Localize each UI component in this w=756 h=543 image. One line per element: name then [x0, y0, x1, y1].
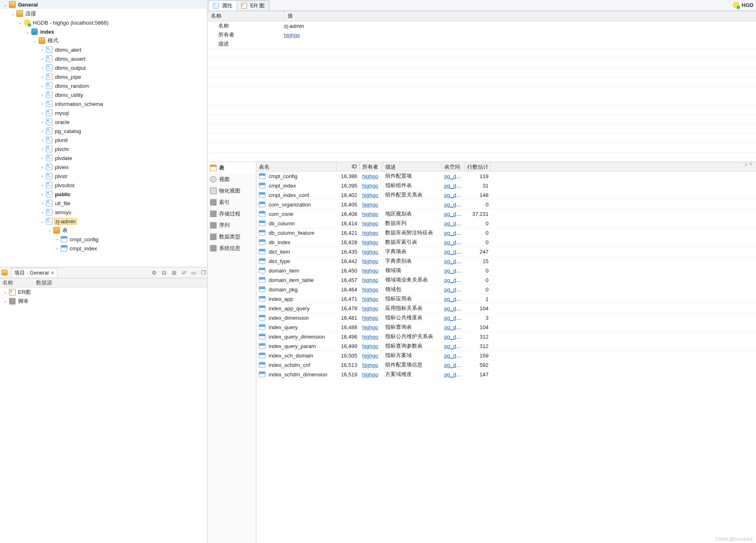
table-ts-link[interactable]: pg_defa — [444, 183, 464, 189]
chevron-right-icon[interactable] — [39, 92, 45, 98]
table-ts-link[interactable]: pg_defa — [444, 305, 464, 312]
chevron-right-icon[interactable] — [39, 209, 45, 215]
table-ts-link[interactable]: pg_defa — [444, 286, 464, 293]
col-rowcount[interactable]: 行数估计 — [465, 162, 491, 171]
collapse-icon[interactable]: ⊟ — [160, 269, 168, 276]
tree-node[interactable]: information_schema — [0, 99, 207, 108]
table-owner-link[interactable]: highgo — [362, 315, 378, 321]
col-table-name[interactable]: 表名 — [256, 162, 337, 171]
tree-node[interactable]: index — [0, 27, 207, 36]
tree-node[interactable]: dbms_alert — [0, 45, 207, 54]
table-row[interactable]: domain_item_table 16,457 highgo 领域项业务关系表… — [256, 275, 756, 285]
table-row[interactable]: index_query_param 16,499 highgo 指标查询参数表 … — [256, 341, 756, 351]
table-owner-link[interactable]: highgo — [362, 362, 378, 368]
sort-icon[interactable]: ▲ ▼ — [745, 162, 756, 171]
chevron-right-icon[interactable] — [39, 164, 45, 170]
tree-node[interactable]: 表 — [0, 226, 207, 235]
property-row[interactable]: 描述 — [208, 39, 756, 48]
chevron-right-icon[interactable] — [39, 191, 45, 197]
table-owner-link[interactable]: highgo — [362, 305, 378, 312]
owner-link[interactable]: highgo — [284, 32, 300, 38]
table-owner-link[interactable]: highgo — [362, 220, 378, 227]
tab-er[interactable]: ER 图 — [237, 0, 269, 11]
table-ts-link[interactable]: pg_defa — [444, 258, 464, 264]
chevron-right-icon[interactable] — [39, 146, 45, 152]
tree-node[interactable]: 连接 — [0, 9, 207, 18]
chevron-right-icon[interactable] — [39, 137, 45, 143]
table-owner-link[interactable]: highgo — [362, 343, 378, 349]
side-item-mview[interactable]: 物化视图 — [208, 185, 256, 197]
table-owner-link[interactable]: highgo — [362, 249, 378, 255]
table-row[interactable]: dict_type 16,442 highgo 字典类别表 pg_defa 15 — [256, 257, 756, 266]
table-owner-link[interactable]: highgo — [362, 239, 378, 245]
chevron-down-icon[interactable] — [25, 29, 30, 34]
chevron-right-icon[interactable] — [54, 245, 60, 251]
table-ts-link[interactable]: pg_defa — [444, 192, 464, 198]
side-item-type[interactable]: 数据类型 — [208, 231, 256, 243]
table-owner-link[interactable]: highgo — [362, 334, 378, 340]
object-type-list[interactable]: 表视图物化视图索引存储过程序列数据类型系统信息 — [208, 162, 256, 543]
table-row[interactable]: com_organization 16,405 highgo pg_defa 0 — [256, 200, 756, 209]
side-item-sp[interactable]: 存储过程 — [208, 208, 256, 220]
table-ts-link[interactable]: pg_defa — [444, 362, 464, 368]
tree-node[interactable]: plvlex — [0, 163, 207, 172]
chevron-right-icon[interactable] — [39, 65, 45, 71]
col-owner[interactable]: 所有者 — [360, 162, 383, 171]
tab-properties[interactable]: 属性 — [208, 0, 237, 11]
project-item[interactable]: 脚本 — [0, 297, 207, 306]
side-item-view[interactable]: 视图 — [208, 174, 256, 185]
table-owner-link[interactable]: highgo — [362, 230, 378, 236]
col-id[interactable]: ID — [337, 162, 360, 171]
table-owner-link[interactable]: highgo — [362, 202, 378, 208]
table-row[interactable]: index_schdm_cnf 16,513 highgo 组件配置项信息 pg… — [256, 360, 756, 370]
tree-node[interactable]: oracle — [0, 117, 207, 126]
table-owner-link[interactable]: highgo — [362, 183, 378, 189]
chevron-right-icon[interactable] — [39, 173, 45, 179]
minimize-icon[interactable]: ▭ — [190, 269, 197, 276]
tree-node[interactable]: dbms_assert — [0, 54, 207, 63]
restore-icon[interactable]: ❐ — [200, 269, 207, 276]
table-ts-link[interactable]: pg_defa — [444, 353, 464, 359]
side-item-table[interactable]: 表 — [208, 162, 256, 174]
table-owner-link[interactable]: highgo — [362, 286, 378, 293]
table-owner-link[interactable]: highgo — [362, 173, 378, 179]
tree-node[interactable]: utl_file — [0, 199, 207, 208]
chevron-right-icon[interactable] — [39, 101, 45, 107]
table-row[interactable]: db_column_feature 16,421 highgo 数据库表附注特征… — [256, 228, 756, 238]
tree-node[interactable]: dbms_output — [0, 63, 207, 72]
table-ts-link[interactable]: pg_defa — [444, 230, 464, 236]
tree-node[interactable]: plvsubst — [0, 181, 207, 190]
table-owner-link[interactable]: highgo — [362, 258, 378, 264]
property-row[interactable]: 所有者highgo — [208, 30, 756, 39]
tree-node[interactable]: cmpt_index — [0, 244, 207, 253]
table-ts-link[interactable]: pg_defa — [444, 277, 464, 283]
table-owner-link[interactable]: highgo — [362, 353, 378, 359]
table-row[interactable]: db_column 16,414 highgo 数据库列 pg_defa 0 — [256, 219, 756, 228]
table-ts-link[interactable]: pg_defa — [444, 202, 464, 208]
table-ts-link[interactable]: pg_defa — [444, 173, 464, 179]
table-row[interactable]: index_schdm_dimension 16,519 highgo 方案域维… — [256, 370, 756, 379]
project-tree[interactable]: ER图脚本 — [0, 288, 207, 306]
table-row[interactable]: index_dimension 16,481 highgo 指标公共维度表 pg… — [256, 313, 756, 323]
tree-node[interactable]: 模式 — [0, 36, 207, 45]
chevron-down-icon[interactable] — [39, 218, 45, 224]
table-row[interactable]: cmpt_config 16,386 highgo 组件配置项 pg_defa … — [256, 172, 756, 181]
link-icon[interactable]: ⇄ — [180, 269, 187, 276]
table-row[interactable]: db_index 16,428 highgo 数据库索引表 pg_defa 0 — [256, 238, 756, 247]
tree-node[interactable]: cmpt_config — [0, 235, 207, 244]
tree-node[interactable]: plvstr — [0, 172, 207, 181]
close-icon[interactable]: ✕ — [50, 270, 55, 276]
table-row[interactable]: cmpt_index_conf 16,402 highgo 组件配置关系表 pg… — [256, 190, 756, 200]
chevron-down-icon[interactable] — [17, 20, 23, 25]
table-owner-link[interactable]: highgo — [362, 296, 378, 302]
tree-node[interactable]: mysql — [0, 108, 207, 117]
table-ts-link[interactable]: pg_defa — [444, 268, 464, 274]
table-row[interactable]: cmpt_index 16,395 highgo 指标组件表 pg_defa 3… — [256, 181, 756, 190]
table-ts-link[interactable]: pg_defa — [444, 249, 464, 255]
table-owner-link[interactable]: highgo — [362, 192, 378, 198]
chevron-right-icon[interactable] — [39, 74, 45, 80]
chevron-right-icon[interactable] — [39, 110, 45, 116]
table-owner-link[interactable]: highgo — [362, 371, 378, 378]
tree-node[interactable]: dbms_random — [0, 81, 207, 90]
table-ts-link[interactable]: pg_defa — [444, 315, 464, 321]
